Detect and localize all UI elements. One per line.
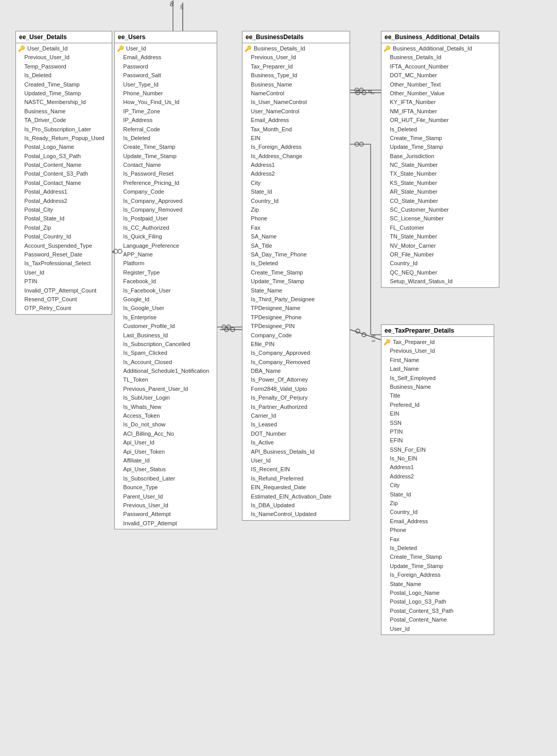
spacer xyxy=(245,207,249,214)
spacer xyxy=(117,394,121,402)
field-row: Address2 xyxy=(381,472,494,481)
spacer xyxy=(245,251,249,259)
field-row: Created_Time_Stamp xyxy=(16,80,112,89)
spacer xyxy=(384,536,388,543)
field-row: Register_Type xyxy=(115,268,217,277)
spacer xyxy=(117,162,121,169)
spacer xyxy=(245,457,249,465)
svg-point-15 xyxy=(362,91,366,95)
spacer xyxy=(18,207,22,214)
spacer xyxy=(245,439,249,446)
fields-ee-business-additional-details: 🔑Business_Additional_Details_Id Business… xyxy=(381,43,499,287)
field-row: User_Id xyxy=(381,625,494,633)
field-row: Create_Time_Stamp xyxy=(381,134,499,143)
field-row: Is_Deleted xyxy=(242,259,350,268)
field-row: City xyxy=(381,481,494,490)
spacer xyxy=(384,215,388,222)
spacer xyxy=(384,392,388,400)
field-row: Is_Leased xyxy=(242,420,350,429)
field-row: QC_NEQ_Number xyxy=(381,268,499,277)
spacer xyxy=(18,63,22,70)
spacer xyxy=(18,126,22,133)
field-row: Is_Subscribed_Later xyxy=(115,474,217,483)
field-row: Is_Penalty_Of_Perjury xyxy=(242,393,350,402)
svg-point-14 xyxy=(356,91,360,95)
field-row: Facebook_Id xyxy=(115,277,217,286)
field-row: AR_State_Number xyxy=(381,187,499,196)
field-row: NM_IFTA_Number xyxy=(381,107,499,116)
spacer xyxy=(18,81,22,88)
spacer xyxy=(117,108,121,115)
svg-point-36 xyxy=(355,142,359,146)
spacer xyxy=(117,430,121,437)
field-row: Is_Company_Approved xyxy=(242,349,350,357)
field-row: TPDesignee_Phone xyxy=(242,313,350,322)
field-row: Is_Deleted xyxy=(16,71,112,80)
svg-point-18 xyxy=(356,329,360,333)
spacer xyxy=(384,152,388,160)
spacer xyxy=(117,403,121,410)
spacer xyxy=(245,511,249,518)
field-row: Other_Number_Value xyxy=(381,89,499,98)
spacer xyxy=(384,509,388,516)
spacer xyxy=(384,225,388,232)
spacer xyxy=(384,162,388,169)
spacer xyxy=(117,251,121,259)
svg-text:∞: ∞ xyxy=(372,332,376,338)
spacer xyxy=(245,117,249,124)
spacer xyxy=(117,197,121,204)
table-ee-business-details: ee_BusinessDetails 🔑Business_Details_Id … xyxy=(242,31,350,521)
field-row: Is_Company_Approved xyxy=(115,197,217,205)
field-row: 🔑Tax_Preparer_Id xyxy=(381,338,494,347)
spacer xyxy=(117,135,121,142)
spacer xyxy=(18,135,22,142)
spacer xyxy=(245,278,249,285)
field-row: Contact_Name xyxy=(115,161,217,169)
field-row: Zip xyxy=(381,499,494,508)
pk-icon: 🔑 xyxy=(18,45,25,53)
field-row: Carrier_Id xyxy=(242,411,350,420)
spacer xyxy=(117,358,121,366)
spacer xyxy=(245,448,249,455)
field-row: TL_Token xyxy=(115,375,217,384)
spacer xyxy=(245,421,249,428)
field-row: Address1 xyxy=(381,463,494,472)
spacer xyxy=(117,99,121,106)
field-row: Is_No_EIN xyxy=(381,454,494,463)
field-row: DOT_Number xyxy=(242,429,350,438)
field-row: KS_State_Number xyxy=(381,179,499,187)
svg-point-11 xyxy=(224,328,229,332)
spacer xyxy=(117,215,121,222)
spacer xyxy=(117,484,121,491)
spacer xyxy=(384,197,388,204)
spacer xyxy=(384,170,388,178)
field-row: First_Name xyxy=(381,356,494,365)
field-row: TN_State_Number xyxy=(381,232,499,241)
spacer xyxy=(18,108,22,115)
spacer xyxy=(245,99,249,106)
spacer xyxy=(245,368,249,375)
field-row: Is_Active xyxy=(242,438,350,447)
field-row: Is_TaxProfessional_Select xyxy=(16,259,112,268)
field-row: Is_Deleted xyxy=(115,134,217,143)
spacer xyxy=(384,63,388,70)
spacer xyxy=(384,135,388,142)
spacer xyxy=(384,410,388,418)
field-row: TPDesignee_Name xyxy=(242,304,350,313)
spacer xyxy=(18,305,22,312)
field-row: Password_Reset_Date xyxy=(16,250,112,259)
spacer xyxy=(117,332,121,339)
field-row: Tax_Month_End xyxy=(242,125,350,134)
spacer xyxy=(117,260,121,267)
spacer xyxy=(384,572,388,579)
field-row: FL_Customer xyxy=(381,224,499,232)
field-row: Base_Jurisdiction xyxy=(381,152,499,161)
field-row: Title xyxy=(381,391,494,400)
spacer xyxy=(384,366,388,373)
field-row: Is_Foreign_Address xyxy=(381,571,494,579)
field-row: TPDesignee_PIN xyxy=(242,322,350,331)
spacer xyxy=(245,376,249,384)
field-row: Last_Name xyxy=(381,365,494,373)
field-row: Postal_Content_S3_Path xyxy=(381,607,494,615)
spacer xyxy=(384,356,388,364)
